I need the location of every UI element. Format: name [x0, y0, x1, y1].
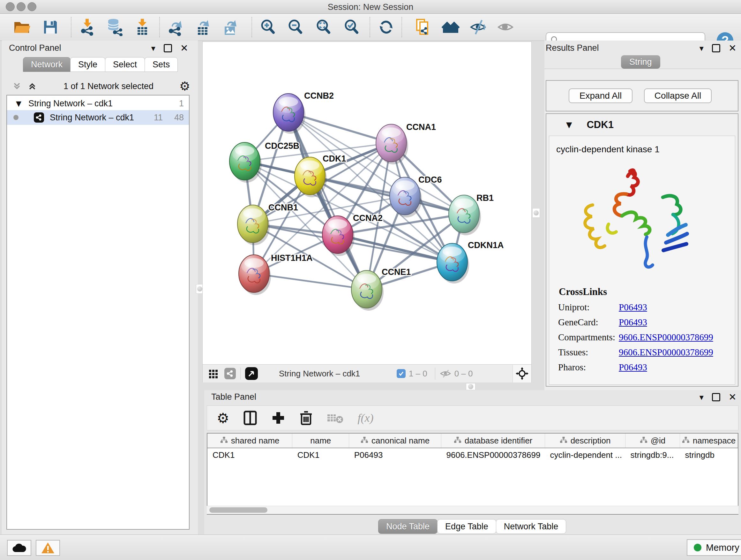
tab-network[interactable]: Network: [23, 57, 71, 72]
panel-collapse-icon[interactable]: ▾: [699, 392, 704, 402]
network-view-toolbar: String Network – cdk1 1 – 0 0 – 0: [203, 364, 531, 382]
warning-button[interactable]: [36, 540, 60, 556]
node-HIST1H1A[interactable]: HIST1H1A: [239, 253, 313, 295]
table-cell[interactable]: P06493: [349, 448, 441, 462]
node-label-CCNA2: CCNA2: [353, 213, 383, 223]
crosslink-link[interactable]: 9606.ENSP00000378699: [619, 347, 713, 358]
table-cell[interactable]: CDK1: [207, 448, 292, 462]
table-gear-icon[interactable]: ⚙: [217, 410, 229, 426]
selected-checkbox-icon[interactable]: [397, 369, 406, 378]
delete-column-icon[interactable]: [299, 410, 313, 426]
network-canvas[interactable]: CCNB2CCNA1CDC25BCDK1CDC6RB1CCNB1CCNA2CDK…: [203, 42, 531, 364]
crosslink-link[interactable]: P06493: [619, 317, 647, 327]
panel-close-icon[interactable]: ✕: [180, 43, 188, 54]
toolbar-separator: [71, 17, 71, 37]
network-row[interactable]: String Network – cdk1 11 48: [7, 110, 189, 125]
panel-collapse-icon[interactable]: ▾: [699, 44, 704, 53]
panel-close-icon[interactable]: ✕: [729, 43, 737, 54]
column-header-database-identifier[interactable]: database identifier: [441, 434, 545, 448]
bottom-splitter-handle[interactable]: [466, 383, 475, 390]
column-header--id[interactable]: @id: [625, 434, 680, 448]
import-table-icon[interactable]: [133, 18, 151, 36]
panel-collapse-icon[interactable]: ▾: [151, 44, 155, 53]
crosslink-link[interactable]: P06493: [619, 302, 647, 313]
open-session-icon[interactable]: [13, 18, 30, 36]
tab-node-table[interactable]: Node Table: [378, 519, 437, 534]
table-row[interactable]: CDK1CDK1P064939606.ENSP00000378699cyclin…: [207, 448, 738, 462]
network-collection-row[interactable]: ▼ String Network – cdk1 1: [7, 96, 189, 110]
table-hscrollbar-thumb[interactable]: [209, 507, 267, 513]
crosslink-link[interactable]: 9606.ENSP00000378699: [619, 332, 713, 343]
table-cell[interactable]: stringdb: [680, 448, 738, 462]
show-all-icon[interactable]: [496, 18, 515, 36]
cloud-button[interactable]: [7, 540, 31, 556]
tab-string[interactable]: String: [621, 55, 660, 69]
node-RB1[interactable]: RB1: [449, 193, 494, 235]
protein-section: ▼ CDK1 cyclin-dependent kinase 1: [546, 113, 738, 387]
panel-float-icon[interactable]: [712, 44, 720, 52]
collapse-all-chevron-icon[interactable]: [11, 81, 22, 91]
tab-style[interactable]: Style: [70, 57, 105, 72]
grid-view-icon[interactable]: [208, 368, 219, 379]
protein-structure-image: [567, 164, 695, 278]
network-options-gear-icon[interactable]: ⚙: [179, 79, 190, 93]
select-first-neighbors-icon[interactable]: [442, 18, 460, 36]
crosslink-row: Pharos:P06493: [558, 362, 735, 373]
tab-edge-table[interactable]: Edge Table: [437, 519, 496, 534]
toolbar-separator: [159, 17, 160, 37]
show-columns-icon[interactable]: [243, 410, 257, 426]
node-CCNE1[interactable]: CCNE1: [351, 267, 411, 311]
table-cell[interactable]: cyclin-dependent ...: [545, 448, 625, 462]
column-header-description[interactable]: description: [545, 434, 625, 448]
tree-expander-icon[interactable]: ▼: [16, 100, 21, 108]
column-header-namespace[interactable]: namespace: [680, 434, 738, 448]
node-CDKN1A[interactable]: CDKN1A: [437, 240, 504, 284]
refresh-view-icon[interactable]: [377, 18, 395, 36]
tab-sets[interactable]: Sets: [145, 57, 178, 72]
zoom-in-icon[interactable]: [259, 18, 277, 36]
hide-selected-icon[interactable]: [469, 18, 487, 36]
column-header-name[interactable]: name: [292, 434, 349, 448]
export-image-icon[interactable]: [221, 18, 239, 36]
collapse-all-button[interactable]: Collapse All: [644, 88, 712, 103]
import-network-file-icon[interactable]: [78, 18, 96, 36]
table-cell[interactable]: 9606.ENSP00000378699: [441, 448, 545, 462]
node-CCNB2[interactable]: CCNB2: [273, 91, 334, 134]
control-panel-tabs: NetworkStyleSelectSets: [23, 57, 178, 72]
column-header-canonical-name[interactable]: canonical name: [349, 434, 441, 448]
panel-close-icon[interactable]: ✕: [729, 391, 737, 402]
add-column-icon[interactable]: [271, 411, 285, 425]
zoom-fit-icon[interactable]: [315, 18, 333, 36]
panel-float-icon[interactable]: [164, 44, 172, 52]
table-cell[interactable]: stringdb:9...: [625, 448, 680, 462]
memory-button[interactable]: Memory: [687, 539, 741, 556]
cloud-icon: [12, 543, 26, 553]
export-table-icon[interactable]: [194, 18, 212, 36]
node-CDK1[interactable]: CDK1: [294, 154, 346, 197]
node-CCNB1[interactable]: CCNB1: [238, 203, 298, 245]
right-splitter-handle[interactable]: [532, 208, 540, 218]
column-header-shared-name[interactable]: shared name: [207, 434, 292, 448]
panel-float-icon[interactable]: [712, 393, 720, 401]
import-network-database-icon[interactable]: [105, 18, 123, 36]
network-from-selection-icon[interactable]: [414, 18, 432, 36]
tab-network-table[interactable]: Network Table: [496, 519, 566, 534]
expand-all-button[interactable]: Expand All: [569, 88, 632, 103]
network-share-icon[interactable]: [224, 368, 236, 379]
section-expander-icon[interactable]: ▼: [566, 120, 572, 129]
clear-table-icon[interactable]: [327, 413, 343, 423]
results-panel: Results Panel ▾ ✕ String Expand All Coll…: [544, 41, 741, 390]
column-type-icon: [682, 436, 690, 446]
results-button-box: Expand All Collapse All: [546, 80, 738, 111]
tab-select[interactable]: Select: [105, 57, 145, 72]
protein-section-header[interactable]: ▼ CDK1: [546, 119, 738, 131]
zoom-out-icon[interactable]: [286, 18, 305, 36]
export-network-icon[interactable]: [166, 18, 185, 36]
table-cell[interactable]: CDK1: [292, 448, 349, 462]
expand-all-chevron-icon[interactable]: [27, 81, 38, 91]
zoom-selected-icon[interactable]: [343, 18, 360, 36]
crosslink-link[interactable]: P06493: [619, 362, 647, 373]
birdseye-toggle[interactable]: [513, 365, 531, 382]
open-in-new-icon[interactable]: [245, 367, 258, 380]
save-session-icon[interactable]: [42, 18, 59, 36]
